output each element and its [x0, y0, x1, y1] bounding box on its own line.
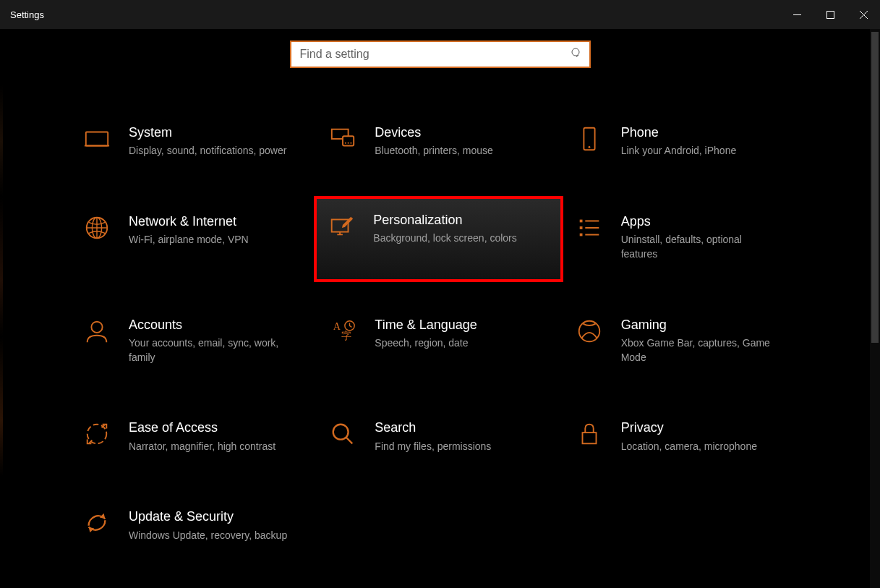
minimize-icon — [793, 11, 801, 19]
tile-desc: Wi-Fi, airplane mode, VPN — [129, 233, 249, 247]
tile-personalization[interactable]: Personalization Background, lock screen,… — [317, 199, 560, 279]
search-container: Find a setting — [0, 41, 880, 68]
svg-point-9 — [588, 146, 590, 148]
tile-desc: Bluetooth, printers, mouse — [375, 144, 492, 158]
tile-gaming[interactable]: Gaming Xbox Game Bar, captures, Game Mod… — [571, 311, 802, 371]
tile-system[interactable]: System Display, sound, notifications, po… — [78, 119, 309, 164]
tile-ease-of-access[interactable]: Ease of Access Narrator, magnifier, high… — [78, 414, 309, 459]
close-icon — [860, 11, 868, 19]
tile-title: Phone — [621, 124, 737, 141]
tile-title: Search — [375, 419, 491, 436]
tile-desc: Find my files, permissions — [375, 440, 491, 454]
tile-title: Network & Internet — [129, 213, 249, 230]
system-icon — [82, 124, 111, 153]
titlebar: Settings — [0, 0, 880, 29]
left-edge-accent — [0, 29, 3, 588]
tile-accounts[interactable]: Accounts Your accounts, email, sync, wor… — [78, 311, 309, 371]
svg-point-20 — [578, 320, 599, 341]
tile-desc: Xbox Game Bar, captures, Game Mode — [621, 336, 780, 365]
xbox-icon — [575, 317, 604, 346]
tile-apps[interactable]: Apps Uninstall, defaults, optional featu… — [571, 208, 802, 268]
phone-icon — [575, 124, 604, 153]
search-placeholder: Find a setting — [300, 48, 571, 61]
close-button[interactable] — [847, 0, 880, 29]
maximize-button[interactable] — [813, 0, 847, 29]
tile-title: Ease of Access — [129, 419, 275, 436]
svg-text:字: 字 — [341, 330, 351, 341]
vertical-scrollbar[interactable] — [870, 29, 880, 588]
tile-update-security[interactable]: Update & Security Windows Update, recove… — [78, 503, 309, 548]
scrollbar-thumb[interactable] — [871, 32, 879, 343]
search-icon — [571, 47, 582, 61]
tile-phone[interactable]: Phone Link your Android, iPhone — [571, 119, 802, 164]
tile-desc: Location, camera, microphone — [621, 440, 757, 454]
tile-search[interactable]: Search Find my files, permissions — [324, 414, 555, 459]
magnifier-icon — [328, 419, 357, 448]
update-icon — [82, 508, 111, 537]
svg-point-7 — [351, 142, 352, 144]
tile-network[interactable]: Network & Internet Wi-Fi, airplane mode,… — [78, 208, 309, 268]
tile-title: Time & Language — [375, 317, 477, 333]
svg-rect-15 — [579, 234, 582, 237]
svg-text:A: A — [333, 320, 341, 332]
svg-rect-13 — [579, 220, 582, 223]
user-icon — [82, 317, 111, 346]
minimize-button[interactable] — [780, 0, 813, 29]
svg-rect-0 — [826, 11, 834, 18]
maximize-icon — [826, 11, 834, 19]
ease-of-access-icon — [82, 419, 111, 448]
tile-title: Gaming — [621, 317, 780, 333]
tile-desc: Your accounts, email, sync, work, family — [129, 336, 288, 365]
tile-privacy[interactable]: Privacy Location, camera, microphone — [571, 414, 802, 459]
tile-time-language[interactable]: A字 Time & Language Speech, region, date — [324, 311, 555, 371]
svg-rect-2 — [86, 132, 108, 146]
tile-title: Personalization — [373, 212, 516, 229]
tile-desc: Background, lock screen, colors — [373, 231, 516, 246]
tile-devices[interactable]: Devices Bluetooth, printers, mouse — [324, 119, 555, 164]
settings-grid-container: System Display, sound, notifications, po… — [0, 68, 880, 548]
svg-rect-14 — [579, 226, 582, 229]
tile-desc: Display, sound, notifications, power — [129, 144, 286, 158]
svg-point-22 — [333, 425, 349, 440]
globe-icon — [82, 213, 111, 242]
tile-desc: Windows Update, recovery, backup — [129, 529, 287, 543]
svg-rect-4 — [343, 136, 354, 145]
svg-point-16 — [91, 321, 102, 332]
tile-desc: Narrator, magnifier, high contrast — [129, 440, 275, 454]
search-input[interactable]: Find a setting — [290, 41, 591, 68]
svg-point-6 — [348, 142, 349, 144]
tile-title: Accounts — [129, 317, 288, 333]
tile-desc: Uninstall, defaults, optional features — [621, 233, 780, 261]
svg-point-21 — [87, 425, 107, 444]
tile-title: Apps — [621, 213, 780, 230]
tile-title: System — [129, 124, 286, 141]
lock-icon — [575, 419, 604, 448]
settings-grid: System Display, sound, notifications, po… — [78, 119, 802, 548]
window-controls — [780, 0, 880, 29]
svg-rect-23 — [582, 433, 596, 443]
time-language-icon: A字 — [328, 317, 357, 346]
tile-title: Update & Security — [129, 508, 287, 525]
tile-desc: Link your Android, iPhone — [621, 144, 737, 158]
svg-point-1 — [572, 48, 579, 56]
personalization-icon — [327, 212, 356, 241]
window-title: Settings — [10, 9, 44, 20]
devices-icon — [328, 124, 357, 153]
tile-title: Privacy — [621, 419, 757, 436]
svg-point-5 — [345, 142, 346, 144]
tile-desc: Speech, region, date — [375, 336, 477, 351]
tile-title: Devices — [375, 124, 492, 141]
apps-icon — [575, 213, 604, 242]
